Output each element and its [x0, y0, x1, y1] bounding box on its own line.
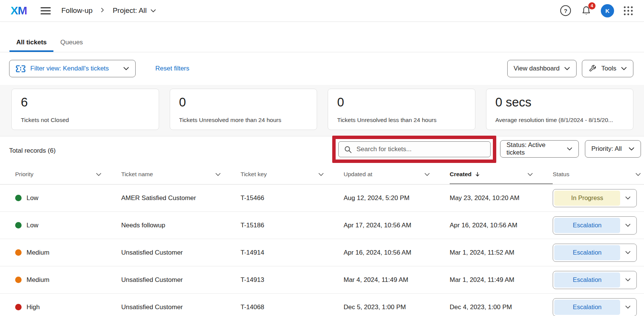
- breadcrumb-section[interactable]: Follow-up: [61, 6, 92, 15]
- column-label: Status: [553, 171, 569, 178]
- created-at: Dec 4, 2023, 1:00 PM: [450, 303, 512, 311]
- ticket-name: Needs followup: [121, 222, 165, 229]
- column-header-created[interactable]: Created: [450, 164, 553, 184]
- tab-all-tickets[interactable]: All tickets: [9, 34, 53, 52]
- search-input[interactable]: [356, 145, 485, 153]
- stat-card-tickets-unresolved-less-: 0 Tickets Unresolved less than 24 hours: [328, 89, 475, 130]
- priority-dot: [15, 277, 22, 283]
- stats-band: 6 Tickets not Closed 0 Tickets Unresolve…: [0, 85, 644, 136]
- cell-ticket-name[interactable]: Unsatisfied Customer: [121, 249, 241, 257]
- reset-filters-link[interactable]: Reset filters: [155, 65, 189, 72]
- priority-filter-label: Priority: All: [591, 145, 622, 153]
- cell-status: Escalation: [553, 271, 644, 289]
- stat-value: 0: [179, 95, 308, 110]
- column-header-updated-at[interactable]: Updated at: [344, 164, 450, 184]
- cell-ticket-name[interactable]: Unsatisfied Customer: [121, 303, 241, 311]
- help-icon[interactable]: ?: [560, 5, 572, 17]
- column-label: Ticket key: [241, 171, 267, 178]
- chevron-down-icon: [625, 222, 631, 228]
- table-row[interactable]: Low Needs followup T-15186 Apr 17, 2024,…: [0, 212, 644, 239]
- cell-updated-at: Apr 17, 2024, 10:56 AM: [344, 222, 450, 229]
- chevron-down-icon[interactable]: [620, 191, 635, 206]
- avatar[interactable]: K: [601, 4, 614, 17]
- total-records-label: Total records (6): [9, 147, 56, 155]
- table-row[interactable]: Low AMER Satisfied Customer T-15466 Aug …: [0, 185, 644, 212]
- cell-created: Apr 16, 2024, 10:56 AM: [450, 222, 553, 229]
- updated-at: Aug 12, 2024, 5:20 PM: [344, 194, 410, 202]
- table-controls: Total records (6) Status: Active tickets…: [0, 136, 644, 164]
- xm-logo: XM: [11, 4, 27, 17]
- stat-value: 0 secs: [496, 95, 624, 110]
- chevron-down-icon[interactable]: [620, 272, 635, 288]
- chevron-down-icon: [527, 172, 533, 177]
- chevron-down-icon: [123, 66, 129, 72]
- cell-ticket-key: T-15466: [241, 194, 344, 202]
- priority-filter-dropdown[interactable]: Priority: All: [585, 140, 641, 158]
- status-filter-dropdown[interactable]: Status: Active tickets: [500, 140, 579, 158]
- cell-ticket-name[interactable]: AMER Satisfied Customer: [121, 194, 241, 202]
- app-grid-icon[interactable]: [623, 6, 633, 16]
- chevron-down-icon[interactable]: [620, 245, 635, 260]
- project-selector[interactable]: Project: All: [113, 6, 156, 15]
- chevron-down-icon: [621, 66, 627, 72]
- status-badge: Escalation: [554, 272, 620, 288]
- priority-label: High: [27, 303, 40, 311]
- chevron-down-icon: [564, 66, 570, 72]
- cell-ticket-key: T-14913: [241, 276, 344, 284]
- cell-priority: Medium: [15, 249, 121, 257]
- wrench-icon: [588, 64, 597, 73]
- status-dropdown[interactable]: Escalation: [553, 298, 637, 316]
- status-dropdown[interactable]: Escalation: [553, 271, 637, 289]
- stat-value: 6: [21, 95, 150, 110]
- column-header-ticket-key[interactable]: Ticket key: [241, 164, 344, 184]
- updated-at: Apr 16, 2024, 10:56 AM: [344, 249, 411, 257]
- created-at: Mar 1, 2024, 11:49 AM: [450, 276, 514, 284]
- created-at: Apr 16, 2024, 10:56 AM: [450, 222, 517, 229]
- ticket-key: T-15466: [241, 194, 264, 202]
- table-header: Priority Ticket name Ticket key Updated …: [0, 164, 644, 185]
- chevron-down-icon: [215, 172, 221, 177]
- table-row[interactable]: Medium Unsatisfied Customer T-14913 Mar …: [0, 266, 644, 294]
- status-dropdown[interactable]: In Progress: [553, 189, 637, 207]
- stat-label: Tickets Unresolved less than 24 hours: [337, 117, 466, 124]
- cell-priority: Medium: [15, 276, 121, 284]
- filter-view-dropdown[interactable]: Filter view: Kendall's tickets: [9, 60, 136, 77]
- chevron-down-icon[interactable]: [620, 300, 635, 315]
- column-header-ticket-name[interactable]: Ticket name: [121, 164, 241, 184]
- ticket-search[interactable]: [338, 141, 491, 157]
- table-row[interactable]: High Unsatisfied Customer T-14068 Dec 5,…: [0, 294, 644, 316]
- priority-dot: [15, 249, 22, 256]
- column-header-status[interactable]: Status: [553, 164, 644, 184]
- created-at: Mar 1, 2024, 11:52 AM: [450, 249, 514, 257]
- priority-label: Low: [27, 222, 38, 229]
- priority-dot: [15, 222, 22, 228]
- tools-label: Tools: [601, 65, 616, 72]
- ticket-name: Unsatisfied Customer: [121, 276, 183, 284]
- status-dropdown[interactable]: Escalation: [553, 216, 637, 235]
- stat-label: Tickets not Closed: [21, 117, 150, 124]
- column-label: Ticket name: [121, 171, 153, 178]
- updated-at: Apr 17, 2024, 10:56 AM: [344, 222, 411, 229]
- priority-label: Medium: [27, 249, 49, 257]
- chevron-down-icon: [96, 172, 102, 177]
- cell-ticket-name[interactable]: Unsatisfied Customer: [121, 276, 241, 284]
- priority-dot: [15, 195, 22, 201]
- column-label: Priority: [15, 171, 33, 178]
- status-dropdown[interactable]: Escalation: [553, 244, 637, 262]
- notifications-bell-icon[interactable]: 4: [581, 5, 592, 17]
- column-header-priority[interactable]: Priority: [15, 164, 121, 184]
- ticket-icon: [16, 65, 26, 73]
- chevron-down-icon[interactable]: [620, 218, 635, 233]
- menu-icon[interactable]: [41, 7, 51, 14]
- chevron-down-icon: [635, 172, 641, 177]
- created-at: May 23, 2024, 10:20 AM: [450, 194, 519, 202]
- tools-dropdown[interactable]: Tools: [582, 60, 633, 77]
- cell-priority: High: [15, 303, 121, 311]
- cell-status: Escalation: [553, 244, 644, 262]
- table-row[interactable]: Medium Unsatisfied Customer T-14914 Apr …: [0, 239, 644, 266]
- view-dashboard-dropdown[interactable]: View dashboard: [507, 60, 577, 77]
- cell-updated-at: Dec 5, 2023, 1:00 PM: [344, 303, 450, 311]
- tab-queues[interactable]: Queues: [53, 34, 90, 52]
- chevron-down-icon: [625, 277, 631, 283]
- cell-ticket-name[interactable]: Needs followup: [121, 222, 241, 229]
